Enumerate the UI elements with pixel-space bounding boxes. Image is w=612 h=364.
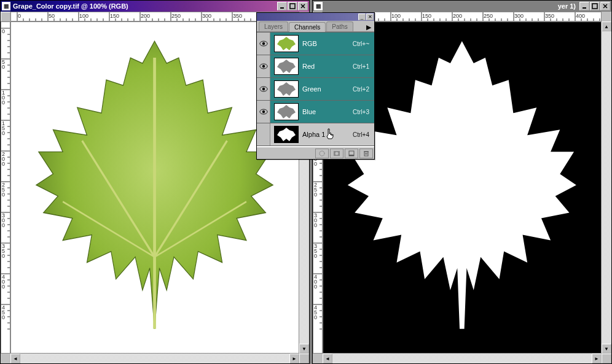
titlebar-alpha[interactable]: ▦ yer 1) (313, 1, 611, 12)
scroll-down-button[interactable]: ▼ (299, 344, 309, 354)
panel-menu-arrow-icon[interactable]: ▶ (365, 23, 372, 31)
channel-name: Blue (302, 108, 353, 115)
channel-shortcut: Ctrl+2 (353, 86, 369, 93)
channel-thumbnail (274, 80, 299, 98)
svg-text:150: 150 (422, 13, 431, 19)
svg-text:0: 0 (2, 284, 5, 290)
scrollbar-vertical[interactable]: ▲ ▼ (602, 21, 611, 354)
svg-rect-305 (364, 152, 368, 156)
channel-row-red[interactable]: RedCtrl+1 (257, 55, 374, 78)
ruler-vertical[interactable]: 050100150200250300350400450 (1, 21, 10, 354)
svg-text:0: 0 (2, 99, 5, 106)
leaf-color-image (34, 36, 275, 340)
titlebar-color[interactable]: ▦ Grape_Color copy.tif @ 100% (RGB) (1, 1, 309, 12)
visibility-toggle[interactable] (257, 55, 270, 77)
channel-shortcut: Ctrl+3 (353, 109, 369, 115)
document-icon: ▦ (314, 2, 323, 10)
svg-text:0: 0 (2, 222, 5, 228)
channel-name: Alpha 1 (302, 131, 353, 138)
scroll-right-button[interactable]: ► (289, 354, 299, 363)
channel-row-alpha-1[interactable]: Alpha 1Ctrl+4 (257, 123, 374, 146)
svg-text:50: 50 (49, 13, 55, 19)
visibility-toggle[interactable] (257, 101, 270, 123)
svg-text:0: 0 (2, 130, 5, 136)
svg-text:0: 0 (2, 64, 5, 70)
close-button[interactable] (600, 2, 610, 10)
delete-channel-button[interactable] (359, 149, 373, 158)
scroll-up-button[interactable]: ▲ (602, 21, 611, 31)
svg-text:0: 0 (2, 314, 5, 320)
save-selection-button[interactable] (330, 149, 343, 158)
svg-text:400: 400 (576, 13, 585, 19)
svg-text:300: 300 (202, 13, 211, 19)
minimize-button[interactable] (579, 2, 589, 10)
maximize-button[interactable] (288, 2, 297, 10)
tab-channels[interactable]: Channels (289, 22, 326, 32)
svg-text:150: 150 (110, 13, 119, 19)
channel-name: Red (302, 63, 353, 70)
resize-grip[interactable] (602, 354, 611, 363)
scroll-down-button[interactable]: ▼ (602, 344, 611, 354)
panel-titlebar[interactable]: _ ✕ (257, 13, 374, 21)
scrollbar-horizontal[interactable]: ◄ ► (10, 354, 299, 363)
scrollbar-horizontal[interactable]: ◄ ► (323, 354, 602, 363)
svg-text:300: 300 (514, 13, 524, 19)
svg-text:0: 0 (314, 161, 317, 167)
maximize-button[interactable] (590, 2, 600, 10)
svg-text:0: 0 (2, 192, 5, 198)
visibility-toggle[interactable] (257, 78, 270, 100)
svg-point-302 (335, 152, 339, 155)
load-selection-button[interactable] (315, 149, 329, 158)
svg-text:350: 350 (545, 13, 554, 19)
channel-row-rgb[interactable]: RGBCtrl+~ (257, 33, 374, 55)
channel-list: RGBCtrl+~RedCtrl+1GreenCtrl+2BlueCtrl+3A… (257, 32, 374, 147)
leaf-alpha-mask (345, 36, 579, 340)
svg-point-294 (262, 88, 264, 90)
visibility-toggle[interactable] (257, 123, 270, 145)
svg-text:200: 200 (453, 13, 462, 19)
tab-layers[interactable]: Layers (259, 21, 288, 31)
scroll-left-button[interactable]: ◄ (10, 354, 20, 363)
channels-panel[interactable]: _ ✕ Layers Channels Paths ▶ RGBCtrl+~Red… (256, 12, 375, 160)
svg-point-300 (320, 151, 324, 156)
svg-rect-304 (349, 155, 354, 156)
resize-grip[interactable] (299, 354, 309, 363)
svg-text:100: 100 (79, 13, 88, 19)
document-icon: ▦ (2, 2, 10, 10)
panel-minimize-button[interactable]: _ (358, 14, 366, 20)
svg-text:0: 0 (2, 28, 5, 34)
channel-name: Green (302, 85, 353, 93)
svg-text:0: 0 (18, 13, 21, 19)
channel-thumbnail (274, 58, 299, 75)
close-button[interactable] (298, 2, 308, 10)
channel-row-green[interactable]: GreenCtrl+2 (257, 78, 374, 101)
svg-text:200: 200 (141, 13, 150, 19)
channel-shortcut: Ctrl+~ (353, 41, 369, 47)
svg-text:0: 0 (314, 314, 317, 320)
svg-text:0: 0 (2, 161, 5, 167)
scroll-right-button[interactable]: ► (592, 354, 602, 363)
svg-text:250: 250 (171, 13, 181, 19)
panel-close-button[interactable]: ✕ (366, 14, 374, 20)
new-channel-button[interactable] (345, 149, 358, 158)
svg-rect-1 (290, 4, 295, 9)
panel-tabstrip: Layers Channels Paths ▶ (257, 21, 374, 32)
scroll-track-h[interactable] (20, 354, 289, 363)
svg-text:0: 0 (314, 222, 317, 228)
svg-text:250: 250 (484, 13, 493, 19)
scroll-left-button[interactable]: ◄ (323, 354, 332, 363)
tab-paths[interactable]: Paths (326, 21, 353, 31)
channel-name: RGB (302, 40, 353, 47)
ruler-corner[interactable] (1, 12, 10, 21)
visibility-toggle[interactable] (257, 33, 270, 55)
channel-shortcut: Ctrl+4 (353, 131, 369, 138)
channel-shortcut: Ctrl+1 (353, 63, 369, 70)
svg-text:350: 350 (233, 13, 242, 19)
channel-row-blue[interactable]: BlueCtrl+3 (257, 101, 374, 123)
minimize-button[interactable] (277, 2, 287, 10)
channel-thumbnail (274, 35, 299, 52)
scroll-track-v[interactable] (602, 31, 611, 344)
svg-rect-147 (592, 4, 597, 9)
scroll-track-h[interactable] (332, 354, 592, 363)
title-text-alpha: yer 1) (325, 2, 579, 10)
